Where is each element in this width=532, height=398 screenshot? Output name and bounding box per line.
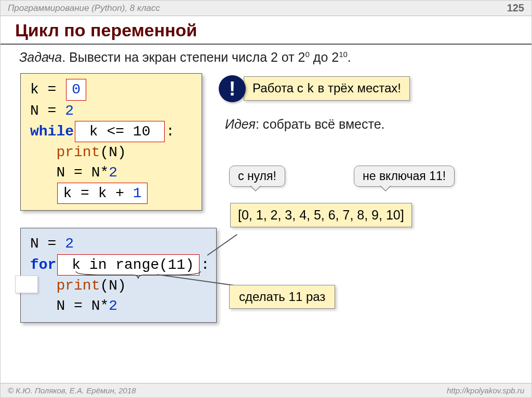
task-label: Задача	[19, 50, 62, 64]
page-number: 125	[507, 2, 524, 14]
course-label: Программирование (Python), 8 класс	[8, 3, 160, 13]
sequence-box: [0, 1, 2, 3, 4, 5, 6, 7, 8, 9, 10]	[230, 203, 412, 227]
slide-title: Цикл по переменной	[15, 20, 517, 40]
blank-patch	[15, 276, 38, 293]
footer-copyright: © К.Ю. Поляков, Е.А. Ерёмин, 2018	[8, 386, 136, 395]
callout-from-zero: с нуля!	[229, 166, 285, 187]
content-area: k = 0 N = 2 while k <= 10 : print(N) N =…	[1, 68, 531, 364]
attention-note: Работа с k в трёх местах!	[244, 76, 410, 101]
callout-not-including-eleven: не включая 11!	[354, 166, 455, 187]
callout-do-eleven: сделать 11 раз	[229, 285, 335, 309]
header-bar: Программирование (Python), 8 класс 125	[1, 1, 531, 16]
task-line: Задача. Вывести на экран степени числа 2…	[1, 45, 531, 68]
footer-url: http://kpolyakov.spb.ru	[447, 386, 524, 395]
footer-bar: © К.Ю. Поляков, Е.А. Ерёмин, 2018 http:/…	[1, 383, 531, 397]
title-bar: Цикл по переменной	[1, 16, 531, 45]
slide: Программирование (Python), 8 класс 125 Ц…	[0, 0, 532, 398]
code-block-while: k = 0 N = 2 while k <= 10 : print(N) N =…	[20, 73, 202, 211]
idea-line: Идея: собрать всё вместе.	[225, 117, 385, 132]
attention-icon: !	[219, 75, 246, 102]
